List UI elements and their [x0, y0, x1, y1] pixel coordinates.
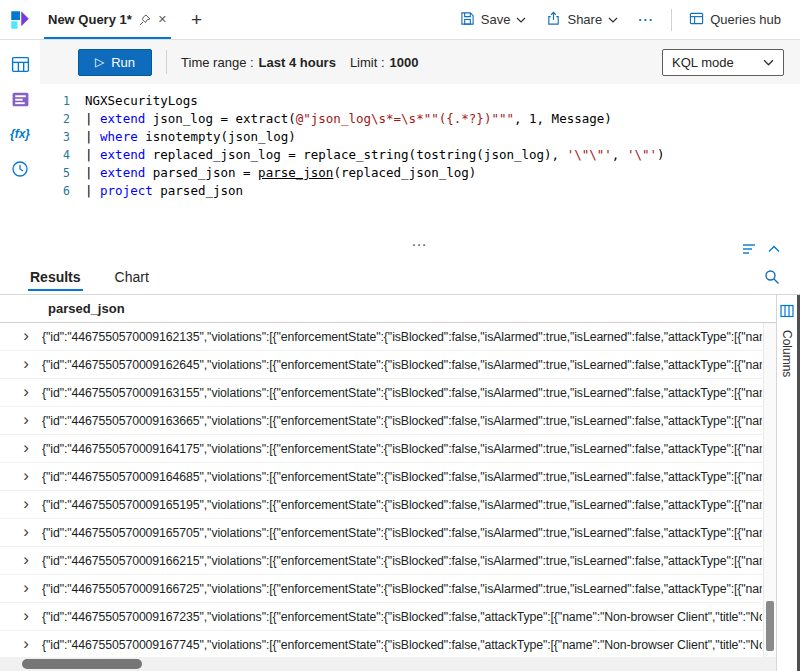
vertical-scrollbar-thumb[interactable]	[766, 601, 774, 651]
functions-icon[interactable]: {fx}	[10, 124, 30, 144]
row-json: {"id":"4467550570009166725","violations"…	[42, 582, 762, 596]
expand-row-icon[interactable]: ›	[19, 523, 33, 540]
horizontal-scrollbar-thumb[interactable]	[22, 659, 142, 669]
expand-row-icon[interactable]: ›	[19, 383, 33, 400]
run-button[interactable]: ▷ Run	[78, 49, 152, 76]
tab-chart[interactable]: Chart	[113, 260, 151, 294]
table-row[interactable]: ›{"id":"4467550570009165195","violations…	[0, 491, 762, 519]
line-number: 4	[40, 146, 85, 164]
expand-row-icon[interactable]: ›	[19, 467, 33, 484]
time-range-label: Time range :	[181, 55, 254, 70]
save-icon	[460, 11, 475, 29]
row-json: {"id":"4467550570009162135","violations"…	[42, 330, 762, 344]
query-line: 1 NGXSecurityLogs	[40, 92, 800, 110]
toolbar-divider	[166, 50, 167, 74]
row-json: {"id":"4467550570009166215","violations"…	[42, 554, 762, 568]
results-grid: parsed_json ›{"id":"4467550570009162135"…	[0, 294, 800, 671]
save-button[interactable]: Save	[451, 0, 536, 39]
new-tab-button[interactable]: +	[179, 9, 214, 31]
left-rail: {fx}	[0, 40, 40, 260]
expand-row-icon[interactable]: ›	[19, 579, 33, 596]
query-content: ▷ Run Time range : Last 4 hours Limit : …	[40, 40, 800, 260]
table-row[interactable]: ›{"id":"4467550570009163665","violations…	[0, 407, 762, 435]
table-row[interactable]: ›{"id":"4467550570009165705","violations…	[0, 519, 762, 547]
history-icon[interactable]	[10, 159, 30, 179]
row-json: {"id":"4467550570009164175","violations"…	[42, 442, 762, 456]
expand-row-icon[interactable]: ›	[19, 355, 33, 372]
row-json: {"id":"4467550570009163665","violations"…	[42, 414, 762, 428]
query-section: {fx} ▷ Run Time range : Last 4 hours Lim…	[0, 40, 800, 260]
table-row[interactable]: ›{"id":"4467550570009166725","violations…	[0, 575, 762, 603]
share-button[interactable]: Share	[537, 0, 627, 39]
topbar-divider	[671, 9, 672, 31]
row-json: {"id":"4467550570009167745","violations"…	[42, 638, 762, 652]
table-row[interactable]: ›{"id":"4467550570009166215","violations…	[0, 547, 762, 575]
share-label: Share	[567, 12, 602, 27]
top-command-bar: New Query 1* ✕ + Save Share ···	[0, 0, 800, 40]
vertical-scrollbar[interactable]	[763, 323, 776, 657]
table-row[interactable]: ›{"id":"4467550570009167745","violations…	[0, 631, 762, 657]
chevron-down-icon	[608, 17, 618, 23]
line-number: 2	[40, 110, 85, 128]
row-json: {"id":"4467550570009164685","violations"…	[42, 470, 762, 484]
columns-icon[interactable]	[780, 304, 794, 321]
table-row[interactable]: ›{"id":"4467550570009162135","violations…	[0, 323, 762, 351]
row-json: {"id":"4467550570009167235","violations"…	[42, 610, 762, 624]
expand-row-icon[interactable]: ›	[19, 635, 33, 652]
horizontal-scrollbar[interactable]	[0, 657, 776, 671]
line-number: 3	[40, 128, 85, 146]
table-row[interactable]: ›{"id":"4467550570009167235","violations…	[0, 603, 762, 631]
more-actions-button[interactable]: ···	[629, 0, 663, 39]
chevron-down-icon	[516, 17, 526, 23]
editor-footer: …	[40, 238, 800, 260]
dashboards-icon[interactable]	[10, 89, 30, 109]
save-label: Save	[481, 12, 511, 27]
close-tab-icon[interactable]: ✕	[158, 13, 167, 26]
columns-panel-label[interactable]: Columns	[780, 330, 794, 377]
limit-picker[interactable]: Limit : 1000	[350, 55, 419, 70]
query-line: 6 | project parsed_json	[40, 182, 800, 200]
expand-row-icon[interactable]: ›	[19, 495, 33, 512]
splitter-handle[interactable]: …	[40, 232, 800, 250]
column-header-parsed-json[interactable]: parsed_json	[48, 301, 125, 316]
app-logo-icon	[10, 10, 30, 30]
limit-value: 1000	[390, 55, 419, 70]
line-number: 5	[40, 164, 85, 182]
time-range-picker[interactable]: Time range : Last 4 hours	[181, 55, 336, 70]
expand-row-icon[interactable]: ›	[19, 327, 33, 344]
run-label: Run	[111, 55, 135, 70]
share-icon	[546, 11, 561, 29]
row-json: {"id":"4467550570009165705","violations"…	[42, 526, 762, 540]
limit-label: Limit :	[350, 55, 385, 70]
play-icon: ▷	[95, 56, 104, 68]
queries-hub-icon	[689, 11, 704, 29]
table-row[interactable]: ›{"id":"4467550570009164685","violations…	[0, 463, 762, 491]
query-toolbar: ▷ Run Time range : Last 4 hours Limit : …	[40, 40, 800, 84]
expand-row-icon[interactable]: ›	[19, 551, 33, 568]
expand-row-icon[interactable]: ›	[19, 607, 33, 624]
tab-results[interactable]: Results	[28, 260, 83, 294]
query-line: 2 | extend json_log = extract(@"json_log…	[40, 110, 800, 128]
query-editor[interactable]: 1 NGXSecurityLogs 2 | extend json_log = …	[40, 84, 800, 238]
query-line: 3 | where isnotempty(json_log)	[40, 128, 800, 146]
search-icon[interactable]	[764, 269, 780, 285]
chevron-down-icon	[763, 59, 774, 66]
line-number: 1	[40, 92, 85, 110]
column-header-row: parsed_json	[0, 295, 776, 323]
line-number: 6	[40, 182, 85, 200]
table-row[interactable]: ›{"id":"4467550570009162645","violations…	[0, 351, 762, 379]
query-tab[interactable]: New Query 1* ✕	[38, 0, 177, 39]
query-line: 5 | extend parsed_json = parse_json(repl…	[40, 164, 800, 182]
query-mode-select[interactable]: KQL mode	[662, 49, 784, 76]
expand-row-icon[interactable]: ›	[19, 439, 33, 456]
queries-hub-button[interactable]: Queries hub	[680, 0, 790, 39]
queries-hub-label: Queries hub	[710, 12, 781, 27]
expand-row-icon[interactable]: ›	[19, 411, 33, 428]
results-rows: ›{"id":"4467550570009162135","violations…	[0, 323, 776, 657]
pin-icon[interactable]	[139, 14, 151, 26]
table-row[interactable]: ›{"id":"4467550570009163155","violations…	[0, 379, 762, 407]
table-row[interactable]: ›{"id":"4467550570009164175","violations…	[0, 435, 762, 463]
query-line: 4 | extend replaced_json_log = replace_s…	[40, 146, 800, 164]
tables-icon[interactable]	[10, 54, 30, 74]
columns-side-panel: Columns	[776, 295, 800, 671]
